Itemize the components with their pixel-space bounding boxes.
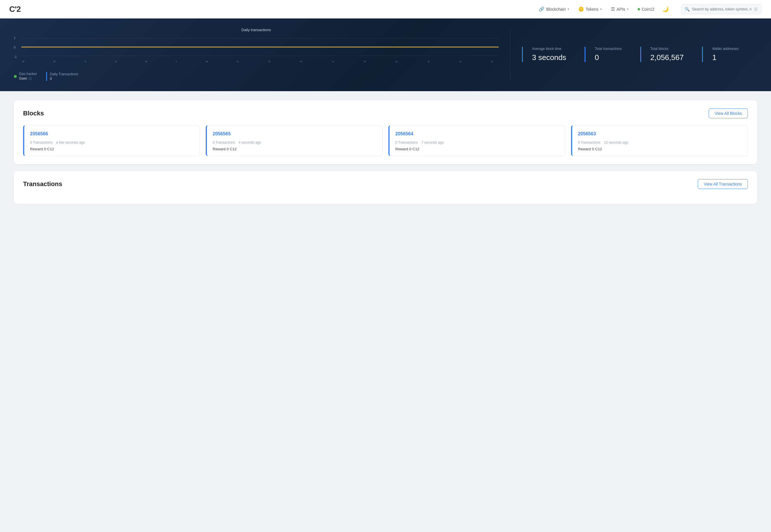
blocks-grid: 2056566 0 Transactions a few seconds ago… <box>23 125 748 156</box>
block-meta: 0 Transactions 10 seconds ago <box>578 141 742 145</box>
hero-section: Daily transactions 1 0 -1 28 Oct 30 <box>0 18 771 91</box>
chart-svg <box>21 35 499 59</box>
x-label: 15 Nov <box>299 61 307 63</box>
block-tx-count: 0 Transactions <box>578 141 600 145</box>
x-label: 17 Nov <box>331 61 339 63</box>
block-reward: Reward 0 C12 <box>213 147 377 151</box>
gas-tracker-label: Gas tracker <box>19 72 37 76</box>
main-content: Blocks View All Blocks 2056566 0 Transac… <box>0 91 771 220</box>
blocks-title: Blocks <box>23 110 44 117</box>
logo[interactable]: C'2 <box>9 5 20 14</box>
block-tx-count: 0 Transactions <box>395 141 418 145</box>
chevron-down-icon: ▾ <box>627 8 628 11</box>
menu-icon: ☰ <box>611 6 615 12</box>
info-icon: ⓘ <box>29 77 32 80</box>
stat-total-blocks-value: 2,056,567 <box>650 53 684 62</box>
x-label: 28 Oct <box>21 61 29 63</box>
x-label: 21 Nov <box>395 61 403 63</box>
x-label: 25 Nov <box>459 61 466 63</box>
dark-mode-button[interactable]: 🌙 <box>660 4 671 14</box>
block-meta: 0 Transactions 7 seconds ago <box>395 141 559 145</box>
coin-status-dot <box>638 8 640 10</box>
gas-tracker-value: Gwei ⓘ <box>19 76 37 81</box>
x-label: 19 Nov <box>363 61 371 63</box>
block-card: 2056565 0 Transactions 4 seconds ago Rew… <box>206 125 383 156</box>
x-label: 11 Nov <box>236 61 244 63</box>
link-icon: 🔗 <box>539 6 544 12</box>
stat-total-blocks-label: Total blocks <box>650 47 684 51</box>
view-all-blocks-button[interactable]: View All Blocks <box>709 108 748 118</box>
coin-badge: Coin12 <box>634 5 658 14</box>
daily-tx-legend: Daily Transactions 0 <box>46 72 78 81</box>
x-label: 5 Nov <box>145 61 151 63</box>
stat-avg-block-time: Average block time 3 seconds <box>522 47 576 62</box>
nav-apis-label: APIs <box>617 7 625 12</box>
x-label: 23 Nov <box>427 61 435 63</box>
x-label: 27 Nov <box>490 61 498 63</box>
gas-tracker-info: Gas tracker Gwei ⓘ <box>19 72 37 81</box>
nav-apis[interactable]: ☰ APIs ▾ <box>607 4 632 14</box>
stat-wallet-addresses: Wallet addresses 1 <box>702 47 748 62</box>
chart-section: Daily transactions 1 0 -1 28 Oct 30 <box>14 28 510 81</box>
search-icon: 🔍 <box>685 7 690 12</box>
block-time: 4 seconds ago <box>239 141 261 145</box>
chart-title: Daily transactions <box>14 28 499 32</box>
block-reward: Reward 0 C12 <box>395 147 559 151</box>
block-tx-count: 0 Transactions <box>30 141 53 145</box>
daily-tx-value: 0 <box>50 77 78 81</box>
block-tx-count: 0 Transactions <box>213 141 235 145</box>
search-bar[interactable]: 🔍 / <box>681 4 762 14</box>
x-label: 9 Nov <box>205 61 212 63</box>
nav-tokens-label: Tokens <box>586 7 598 12</box>
block-number[interactable]: 2056564 <box>395 131 559 136</box>
block-time: 7 seconds ago <box>421 141 444 145</box>
search-shortcut: / <box>754 7 758 12</box>
x-label: 30 Oct <box>53 61 60 63</box>
navbar: C'2 🔗 Blockchain ▾ 🪙 Tokens ▾ ☰ APIs ▾ C… <box>0 0 771 18</box>
x-label: 3 Nov <box>114 61 121 63</box>
daily-tx-info: Daily Transactions 0 <box>50 72 78 81</box>
search-input[interactable] <box>692 7 751 11</box>
gas-tracker-legend: Gas tracker Gwei ⓘ <box>14 72 37 81</box>
block-number[interactable]: 2056565 <box>213 131 377 136</box>
block-reward: Reward 0 C12 <box>30 147 194 151</box>
stats-section: Average block time 3 seconds Total trans… <box>510 28 757 81</box>
nav-links: 🔗 Blockchain ▾ 🪙 Tokens ▾ ☰ APIs ▾ Coin1… <box>535 4 674 14</box>
block-number[interactable]: 2056566 <box>30 131 194 136</box>
transactions-title: Transactions <box>23 180 62 188</box>
block-meta: 0 Transactions 4 seconds ago <box>213 141 377 145</box>
y-axis-label-1: 1 <box>14 36 17 40</box>
transactions-section-card: Transactions View All Transactions <box>14 171 757 204</box>
stat-total-blocks: Total blocks 2,056,567 <box>640 47 693 62</box>
view-all-transactions-button[interactable]: View All Transactions <box>698 179 748 189</box>
chart-legend: Gas tracker Gwei ⓘ Daily Transactions 0 <box>14 72 499 81</box>
y-axis-label-0: 0 <box>14 46 17 49</box>
coin-label: Coin12 <box>642 7 654 12</box>
stat-total-tx-value: 0 <box>595 53 622 62</box>
x-label: 7 Nov <box>175 61 182 63</box>
block-time: 10 seconds ago <box>604 141 628 145</box>
stat-wallet-value: 1 <box>712 53 739 62</box>
nav-tokens[interactable]: 🪙 Tokens ▾ <box>575 4 605 14</box>
block-card: 2056563 0 Transactions 10 seconds ago Re… <box>571 125 748 156</box>
x-label: 13 Nov <box>267 61 275 63</box>
blocks-section-card: Blocks View All Blocks 2056566 0 Transac… <box>14 100 757 164</box>
daily-tx-label: Daily Transactions <box>50 72 78 76</box>
gas-tracker-dot <box>14 75 17 78</box>
y-axis-label-neg1: -1 <box>14 55 17 59</box>
chevron-down-icon: ▾ <box>600 8 602 11</box>
transactions-section-header: Transactions View All Transactions <box>23 179 748 189</box>
stat-avg-block-time-value: 3 seconds <box>532 53 566 62</box>
stat-total-transactions: Total transactions 0 <box>585 47 631 62</box>
stat-avg-block-time-label: Average block time <box>532 47 566 51</box>
block-reward: Reward 0 C12 <box>578 147 742 151</box>
chevron-down-icon: ▾ <box>568 8 569 11</box>
stat-total-tx-label: Total transactions <box>595 47 622 51</box>
block-number[interactable]: 2056563 <box>578 131 742 136</box>
stat-wallet-label: Wallet addresses <box>712 47 739 51</box>
block-meta: 0 Transactions a few seconds ago <box>30 141 194 145</box>
nav-blockchain[interactable]: 🔗 Blockchain ▾ <box>535 4 572 14</box>
block-time: a few seconds ago <box>56 141 85 145</box>
logo-text: C'2 <box>9 5 20 14</box>
block-card: 2056566 0 Transactions a few seconds ago… <box>23 125 200 156</box>
